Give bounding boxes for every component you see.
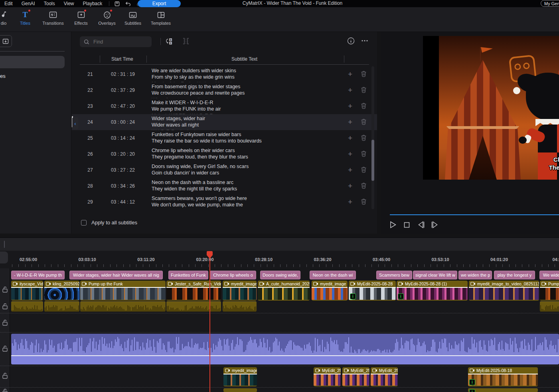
menu-genai[interactable]: GenAI [17,1,40,6]
track-unlock-icon[interactable] [2,319,8,326]
subtitle-clip[interactable]: - W-I-D-E-R We pump th [11,271,65,279]
subtitle-clip[interactable]: We wide [539,271,559,279]
row-start-time[interactable]: 02 : 47 : 20 [111,103,135,109]
search-box[interactable] [80,36,152,47]
menu-edit[interactable]: Edit [0,1,17,6]
media-clip[interactable]: myedit_image [223,367,257,386]
add-subtitle-button[interactable]: + [348,86,352,94]
delete-subtitle-button[interactable] [361,182,367,189]
media-clip[interactable]: MyEdit-2025-08-28i [349,281,396,301]
add-subtitle-button[interactable]: + [348,150,352,158]
row-start-time[interactable]: 02 : 31 : 19 [111,71,135,77]
toolbar-drag-handle[interactable] [4,241,5,248]
subtitle-row[interactable]: 2302 : 47 : 20Make it WIDER - W-I-D-E-RW… [72,98,377,114]
subtitle-clip[interactable]: Neon on the dash wi [310,271,356,279]
tab-titles[interactable]: T Titles [11,10,39,26]
media-clip[interactable]: Pump up the F [540,281,559,301]
delete-subtitle-button[interactable] [361,71,367,77]
media-clip[interactable]: myedit_image [223,281,257,301]
subtitle-row[interactable]: 2503 : 14 : 24Funkettes of Funkytown rai… [72,130,377,146]
row-start-time[interactable]: 02 : 37 : 29 [111,87,135,93]
subtitle-row[interactable]: 2803 : 34 : 26Neon on the dash with a ba… [72,178,377,194]
add-subtitle-button[interactable]: + [348,198,352,206]
subtitle-row[interactable]: 2703 : 27 : 22Doors swing wide, Every Gi… [72,162,377,178]
panel-collapse-chevron[interactable]: ‹ [72,117,78,129]
row-subtitle-text[interactable]: Doors swing wide, Every Girl Safe, no sc… [152,163,339,176]
delete-subtitle-button[interactable] [361,87,367,93]
row-subtitle-text[interactable]: Wider stages, wider hairWider waves all … [152,115,339,130]
subtitle-clip[interactable]: Chrome lip wheels o [210,271,256,279]
subtitle-clip[interactable]: Funkettes of Funk [168,271,208,279]
subtitle-clip[interactable]: we widen the p [458,271,492,279]
subtitle-clip[interactable]: Wider stages, wider hair Wider waves all… [69,271,163,279]
media-clip[interactable]: myedit_image [312,281,348,301]
media-clip[interactable]: Pump up the Funk [80,281,166,301]
merge-split-icon[interactable] [182,37,190,45]
more-options-icon[interactable] [361,37,368,44]
tab-transitions[interactable]: Transitions [39,10,67,26]
row-subtitle-text[interactable]: Neon on the dash with a bassline arcThey… [152,179,339,192]
stop-button[interactable] [403,222,410,228]
media-clip[interactable]: MyEdit_25 [342,367,369,386]
export-button[interactable]: Export [138,0,181,7]
subtitle-row[interactable]: 2403 : 00 : 24Wider stages, wider hairWi… [72,114,377,130]
track-unlock-icon[interactable] [2,345,8,352]
add-subtitle-button[interactable]: + [348,102,352,110]
timeline[interactable]: 02:55:0003:03:1003:11:2003:20:0003:28:10… [0,251,559,392]
scrollbar-track[interactable] [371,66,374,209]
row-start-time[interactable]: 03 : 27 : 22 [111,167,135,173]
menu-view[interactable]: View [59,1,79,6]
playhead-line[interactable] [209,252,210,392]
row-subtitle-text[interactable]: We are wider builders with wider skinsFr… [152,67,339,82]
delete-subtitle-button[interactable] [361,119,367,125]
subtitle-row[interactable]: 2903 : 44 : 12Scammers beware, you won't… [72,194,377,210]
row-subtitle-text[interactable]: Make it WIDER - W-I-D-E-RWe pump the FUN… [152,99,339,114]
save-icon[interactable] [115,1,120,6]
delete-subtitle-button[interactable] [361,103,367,109]
next-frame-button[interactable] [430,220,439,229]
subtitle-clip[interactable]: play the longest y [494,271,535,279]
media-clip[interactable]: MyEdit-2025-08-18i [468,367,538,386]
previous-frame-button[interactable] [417,220,426,229]
find-replace-icon[interactable]: bc [165,37,174,46]
delete-subtitle-button[interactable] [361,135,367,141]
media-clip[interactable]: MyEdit_25 [371,367,398,386]
media-clip[interactable]: ityscape_Video_Ge [11,281,43,301]
subtitle-row[interactable]: 2603 : 20 : 20Chrome lip wheels on their… [72,146,377,162]
media-clip[interactable]: Jester_s_Safe_Run_Video_F [166,281,221,301]
row-subtitle-text[interactable]: From basement gigs to the wider stagesWe… [152,83,339,98]
add-subtitle-button[interactable]: + [348,166,352,174]
scrollbar-thumb[interactable] [371,140,374,181]
row-subtitle-text[interactable]: Funkettes of Funkytown raise wider barsT… [152,131,339,144]
track-header-corner[interactable] [0,251,8,263]
preview-progress-line[interactable] [390,214,559,215]
tab-templates[interactable]: Templates [147,10,175,26]
row-start-time[interactable]: 03 : 14 : 24 [111,135,135,141]
media-clip[interactable]: kling_20250925 [44,281,79,301]
subtitle-clip[interactable]: signal clear We lift w [413,271,457,279]
row-start-time[interactable]: 03 : 20 : 20 [111,151,135,157]
subtitle-row[interactable]: 2202 : 37 : 29From basement gigs to the … [72,82,377,98]
undo-icon[interactable] [125,1,131,6]
video-preview[interactable]: Chrome lip wheels o They pregame loud, t… [423,36,559,180]
apply-all-checkbox[interactable] [81,220,87,226]
menu-playback[interactable]: Playback [79,1,107,6]
row-start-time[interactable]: 03 : 44 : 12 [111,199,135,205]
tab-subtitles[interactable]: Subtitles [119,10,147,26]
row-subtitle-text[interactable]: Chrome lip wheels on their wider carsThe… [152,147,339,160]
sidebar-category-label[interactable]: es [0,73,6,79]
sidebar-selected-item[interactable] [0,56,65,68]
playhead-pin[interactable] [207,251,213,259]
menu-tools[interactable]: Tools [40,1,59,6]
delete-subtitle-button[interactable] [361,166,367,173]
media-clip[interactable]: MyEdit-2025-08-28 (1)i [397,281,468,301]
row-start-time[interactable]: 03 : 34 : 26 [111,183,135,189]
media-clip[interactable]: A_cute_humanoid_202505 [258,281,310,301]
add-subtitle-button[interactable]: + [348,182,352,190]
account-button[interactable]: My Gen [541,0,559,7]
row-start-time[interactable]: 03 : 00 : 24 [111,119,135,125]
music-track-clip[interactable] [11,334,559,364]
partial-clip[interactable] [223,388,257,392]
row-subtitle-text[interactable]: Scammers beware, you won't go wide hereW… [152,195,339,208]
add-subtitle-button[interactable]: + [348,70,352,78]
